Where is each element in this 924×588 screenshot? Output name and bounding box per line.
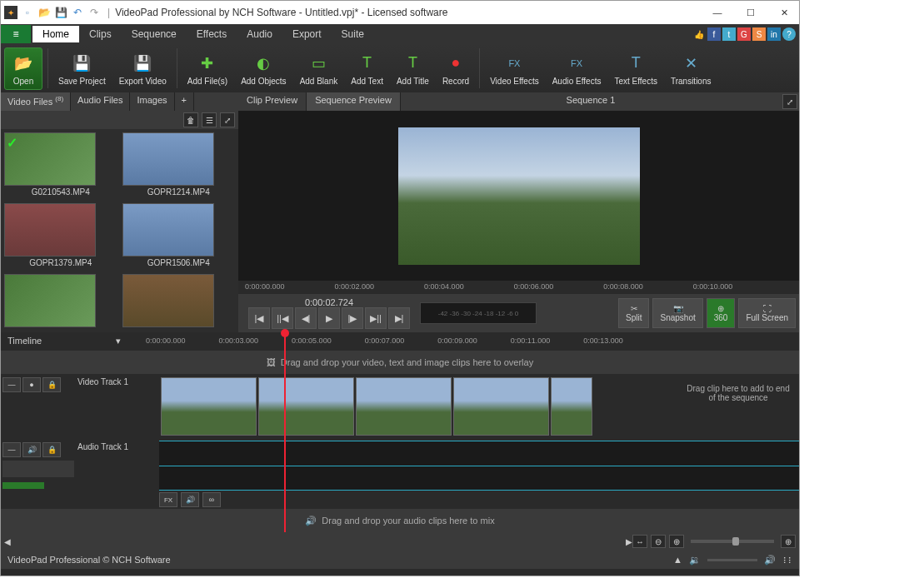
timeline-clip[interactable]	[453, 377, 549, 436]
volume-slider[interactable]	[707, 559, 757, 561]
save-project-button[interactable]: 💾 Save Project	[53, 50, 111, 87]
media-filename: GOPR1214.MP4	[122, 187, 236, 197]
tab-clip-preview[interactable]: Clip Preview	[238, 92, 307, 111]
volume-icon[interactable]: 🔉	[689, 555, 701, 566]
speaker-icon: 🔊	[305, 516, 317, 526]
open-icon[interactable]: 📂	[37, 6, 51, 19]
split-button[interactable]: ✂ Split	[618, 298, 649, 328]
step-fwd-button[interactable]: |▶	[342, 307, 363, 329]
track-lock-icon[interactable]: 🔒	[42, 377, 61, 392]
tab-sequence-preview[interactable]: Sequence Preview	[307, 92, 401, 111]
audio-mix-drop-zone[interactable]: 🔊 Drag and drop your audio clips here to…	[1, 509, 799, 532]
open-button[interactable]: 📂 Open	[4, 47, 42, 90]
track-collapse-icon[interactable]: —	[2, 442, 21, 457]
tab-images[interactable]: Images	[130, 92, 174, 111]
text-effects-button[interactable]: T Text Effects	[609, 50, 662, 87]
snapshot-button[interactable]: 📷 Snapshot	[652, 298, 702, 328]
track-collapse-icon[interactable]: —	[2, 377, 21, 392]
save-icon[interactable]: 💾	[54, 6, 67, 19]
camera-icon: 📷	[673, 304, 683, 313]
menu-suite[interactable]: Suite	[332, 26, 374, 42]
tab-add[interactable]: +	[175, 92, 194, 111]
scroll-right-icon[interactable]: ▶	[626, 537, 632, 546]
expand-icon[interactable]: ⤢	[220, 112, 235, 127]
zoom-in-icon[interactable]: ⊕	[669, 535, 684, 548]
add-title-button[interactable]: T Add Title	[392, 50, 434, 87]
fullscreen-icon: ⛶	[763, 304, 772, 313]
audio-waveform[interactable]	[159, 441, 799, 491]
play-button[interactable]: ▶	[318, 307, 340, 329]
video-effects-button[interactable]: FX Video Effects	[485, 50, 544, 87]
goto-start-button[interactable]: |◀	[248, 307, 270, 329]
add-blank-button[interactable]: ▭ Add Blank	[295, 50, 343, 87]
track-lock-icon[interactable]: 🔒	[42, 442, 61, 457]
redo-icon[interactable]: ↷	[87, 6, 101, 19]
menu-effects[interactable]: Effects	[187, 26, 237, 42]
media-item[interactable]: ✓ G0210543.MP4	[4, 132, 117, 198]
close-button[interactable]: ✕	[772, 4, 796, 21]
export-video-button[interactable]: 💾 Export Video	[114, 50, 172, 87]
preview-ruler[interactable]: 0:00:00.000 0:00:02.000 0:00:04.000 0:00…	[238, 281, 799, 294]
menu-audio[interactable]: Audio	[237, 26, 282, 42]
zoom-slider[interactable]	[691, 540, 774, 543]
next-frame-button[interactable]: ▶||	[365, 307, 387, 329]
timeline-ruler[interactable]: 0:00:00.000 0:00:03.000 0:00:05.000 0:00…	[146, 336, 792, 345]
fx-button[interactable]: FX	[159, 492, 177, 507]
track-mute-icon[interactable]: 🔊	[22, 442, 41, 457]
step-back-button[interactable]: ◀|	[295, 307, 317, 329]
tab-audio-files[interactable]: Audio Files	[71, 92, 130, 111]
overlay-drop-zone[interactable]: 🖼 Drag and drop your video, text and ima…	[1, 351, 799, 374]
scroll-left-icon[interactable]: ◀	[4, 537, 11, 546]
help-icon[interactable]: ?	[782, 27, 796, 41]
settings-icon[interactable]: ⫶⫶	[782, 555, 792, 565]
fit-icon[interactable]: ↔	[632, 535, 647, 548]
speaker-icon[interactable]: 🔊	[181, 492, 199, 507]
minimize-button[interactable]: —	[706, 4, 729, 21]
zoom-out-icon[interactable]: ⊖	[651, 535, 666, 548]
menu-export[interactable]: Export	[282, 26, 332, 42]
ribbon-label: Add File(s)	[187, 77, 227, 86]
add-objects-button[interactable]: ◐ Add Objects	[236, 50, 291, 87]
media-item[interactable]: GOPR1214.MP4	[122, 132, 236, 198]
menu-home[interactable]: Home	[32, 26, 79, 42]
like-icon[interactable]: 👍	[692, 27, 706, 41]
goto-end-button[interactable]: ▶|	[388, 307, 410, 329]
link-icon[interactable]: ∞	[202, 492, 221, 507]
undo-icon[interactable]: ↶	[71, 6, 84, 19]
timeline-clip[interactable]	[551, 377, 592, 436]
list-view-icon[interactable]: ☰	[202, 112, 217, 127]
prev-frame-button[interactable]: ||◀	[272, 307, 293, 329]
track-eye-icon[interactable]: ●	[22, 377, 41, 392]
linkedin-icon[interactable]: in	[767, 27, 781, 41]
menu-clips[interactable]: Clips	[79, 26, 122, 42]
add-files-button[interactable]: ✚ Add File(s)	[182, 50, 232, 87]
media-item[interactable]	[122, 274, 236, 329]
timeline-clip[interactable]	[258, 377, 354, 436]
delete-icon[interactable]: 🗑	[183, 112, 198, 127]
timeline-clip[interactable]	[161, 377, 257, 436]
stumble-icon[interactable]: S	[752, 27, 766, 41]
timeline-clip[interactable]	[356, 377, 452, 436]
video-track-content[interactable]: Drag clip here to add to end of the sequ…	[159, 376, 799, 441]
tab-video-files[interactable]: Video Files (8)	[1, 92, 71, 111]
media-item[interactable]: GOPR1379.MP4	[4, 203, 117, 269]
twitter-icon[interactable]: t	[722, 27, 736, 41]
audio-effects-button[interactable]: FX Audio Effects	[547, 50, 607, 87]
media-item[interactable]: GOPR1506.MP4	[122, 203, 236, 269]
hamburger-menu[interactable]: ≡	[1, 25, 31, 43]
fullscreen-button[interactable]: ⛶ Full Screen	[738, 298, 796, 328]
record-button[interactable]: ● Record	[437, 50, 474, 87]
new-icon[interactable]: ▫	[21, 6, 34, 19]
menu-sequence[interactable]: Sequence	[122, 26, 187, 42]
zoom-reset-icon[interactable]: ⊕	[781, 535, 796, 548]
maximize-button[interactable]: ☐	[739, 4, 762, 21]
master-volume-icon[interactable]: 🔊	[764, 555, 776, 566]
detach-preview-icon[interactable]: ⤢	[782, 94, 797, 109]
360-button[interactable]: ⊕ 360	[707, 298, 736, 328]
transitions-button[interactable]: ✕ Transitions	[666, 50, 717, 87]
collapse-up-icon[interactable]: ▲	[673, 555, 682, 565]
google-icon[interactable]: G	[737, 27, 751, 41]
add-text-button[interactable]: T Add Text	[346, 50, 388, 87]
facebook-icon[interactable]: f	[707, 27, 721, 41]
media-item[interactable]	[4, 274, 117, 329]
